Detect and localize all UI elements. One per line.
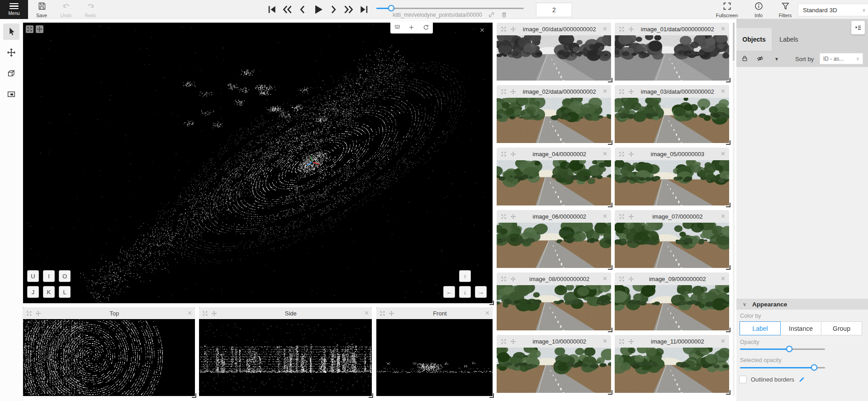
- move-icon[interactable]: [211, 310, 217, 316]
- move-icon[interactable]: [628, 214, 634, 220]
- close-icon[interactable]: ×: [365, 310, 369, 317]
- close-icon[interactable]: ×: [603, 338, 607, 345]
- close-icon[interactable]: ×: [721, 213, 725, 220]
- pointcloud-canvas[interactable]: [23, 23, 493, 303]
- gallery-panel[interactable]: image_03/data/0000000002 ×: [615, 85, 729, 143]
- move-icon[interactable]: [510, 214, 516, 220]
- arrow-left-key[interactable]: ←: [443, 286, 455, 298]
- camera-image-thumbnail[interactable]: [615, 35, 729, 81]
- move-icon[interactable]: [35, 310, 41, 316]
- move-icon[interactable]: [628, 276, 634, 282]
- gallery-panel[interactable]: image_00/data/0000000002 ×: [497, 23, 611, 81]
- frame-tool-button[interactable]: [3, 86, 19, 102]
- fullscreen-button[interactable]: Fullscreen: [716, 1, 738, 18]
- resize-grip[interactable]: [608, 140, 612, 145]
- expand-icon[interactable]: [501, 26, 507, 32]
- color-by-label-option[interactable]: Label: [740, 321, 781, 335]
- layers-icon[interactable]: [394, 24, 401, 31]
- top-view-canvas[interactable]: [23, 319, 195, 396]
- gallery-panel[interactable]: image_09/000000002 ×: [615, 272, 729, 330]
- appearance-header[interactable]: ∨ Appearance: [736, 299, 868, 310]
- camera-image-thumbnail[interactable]: [615, 160, 729, 205]
- camera-image-thumbnail[interactable]: [615, 348, 729, 393]
- gallery-panel[interactable]: image_02/data/0000000002 ×: [497, 85, 611, 143]
- gallery-panel[interactable]: image_10/00000002 ×: [497, 335, 611, 393]
- close-icon[interactable]: ×: [480, 26, 484, 34]
- resize-grip[interactable]: [608, 328, 612, 332]
- move-icon[interactable]: [628, 26, 634, 32]
- camera-image-thumbnail[interactable]: [497, 348, 611, 393]
- camera-image-thumbnail[interactable]: [497, 98, 611, 143]
- move-icon[interactable]: [628, 151, 634, 157]
- gallery-panel[interactable]: image_05/00000003 ×: [615, 148, 729, 205]
- resize-grip[interactable]: [726, 203, 730, 207]
- expand-icon[interactable]: [501, 89, 507, 95]
- hotkey-u[interactable]: U: [27, 270, 39, 282]
- fast-rewind-button[interactable]: [281, 3, 293, 16]
- gallery-panel[interactable]: image_06/00000002 ×: [497, 210, 611, 268]
- gallery-scrollbar-track[interactable]: [733, 23, 735, 396]
- cuboid-tool-button[interactable]: [3, 65, 19, 81]
- resize-grip[interactable]: [726, 140, 730, 145]
- add-icon[interactable]: [408, 24, 415, 31]
- camera-image-thumbnail[interactable]: [615, 285, 729, 330]
- hotkey-l[interactable]: L: [59, 286, 71, 298]
- close-icon[interactable]: ×: [603, 88, 607, 95]
- tab-objects[interactable]: Objects: [736, 28, 772, 51]
- expand-icon[interactable]: [619, 26, 625, 32]
- move-icon[interactable]: [628, 89, 634, 95]
- resize-grip[interactable]: [726, 328, 730, 332]
- collapse-panel-button[interactable]: [851, 21, 865, 34]
- close-icon[interactable]: ×: [721, 25, 725, 33]
- info-button[interactable]: Info: [748, 1, 769, 18]
- next-frame-button[interactable]: [327, 3, 339, 16]
- sort-select[interactable]: ID - as... ∨: [820, 53, 863, 64]
- frame-number-input[interactable]: [536, 3, 572, 17]
- move-tool-button[interactable]: [3, 44, 19, 61]
- move-icon[interactable]: [628, 339, 634, 344]
- refresh-icon[interactable]: [422, 24, 429, 31]
- resize-grip[interactable]: [608, 78, 612, 82]
- resize-grip[interactable]: [489, 301, 494, 305]
- caret-down-icon[interactable]: ▼: [774, 57, 779, 62]
- camera-image-thumbnail[interactable]: [497, 35, 611, 81]
- expand-icon[interactable]: [501, 276, 507, 282]
- move-icon[interactable]: [510, 89, 516, 95]
- resize-grip[interactable]: [608, 265, 612, 270]
- link-icon[interactable]: [488, 11, 495, 18]
- expand-icon[interactable]: [26, 310, 32, 316]
- close-icon[interactable]: ×: [721, 275, 725, 282]
- camera-image-thumbnail[interactable]: [615, 223, 729, 268]
- gallery-panel[interactable]: image_07/0000002 ×: [615, 210, 729, 268]
- resize-grip[interactable]: [726, 265, 730, 270]
- expand-icon[interactable]: [501, 339, 507, 344]
- redo-button[interactable]: Redo: [80, 1, 101, 18]
- outlined-borders-checkbox[interactable]: [739, 376, 747, 383]
- close-icon[interactable]: ×: [603, 25, 607, 33]
- opacity-slider-handle[interactable]: [786, 346, 792, 352]
- close-icon[interactable]: ×: [721, 338, 725, 345]
- filters-button[interactable]: Filters: [774, 1, 796, 18]
- close-icon[interactable]: ×: [721, 150, 725, 158]
- expand-icon[interactable]: [501, 214, 507, 220]
- eye-off-icon[interactable]: [756, 55, 764, 62]
- expand-icon[interactable]: [379, 310, 385, 316]
- expand-icon[interactable]: [26, 25, 33, 33]
- close-icon[interactable]: ×: [188, 310, 192, 317]
- gallery-scrollbar-thumb[interactable]: [733, 23, 735, 61]
- move-icon[interactable]: [389, 310, 394, 316]
- menu-button[interactable]: Menu: [0, 0, 28, 19]
- lock-icon[interactable]: [741, 55, 749, 62]
- gallery-panel[interactable]: image_11/00000002 ×: [615, 335, 729, 393]
- resize-grip[interactable]: [192, 393, 196, 398]
- move-icon[interactable]: [510, 276, 516, 282]
- hotkey-k[interactable]: K: [43, 286, 55, 298]
- resize-grip[interactable]: [726, 390, 730, 395]
- move-icon[interactable]: [510, 26, 516, 32]
- front-view-canvas[interactable]: [376, 319, 493, 396]
- hotkey-o[interactable]: O: [59, 270, 71, 282]
- trash-icon[interactable]: [501, 11, 508, 18]
- expand-icon[interactable]: [619, 151, 625, 157]
- close-icon[interactable]: ×: [603, 275, 607, 282]
- edit-pen-icon[interactable]: [798, 376, 805, 383]
